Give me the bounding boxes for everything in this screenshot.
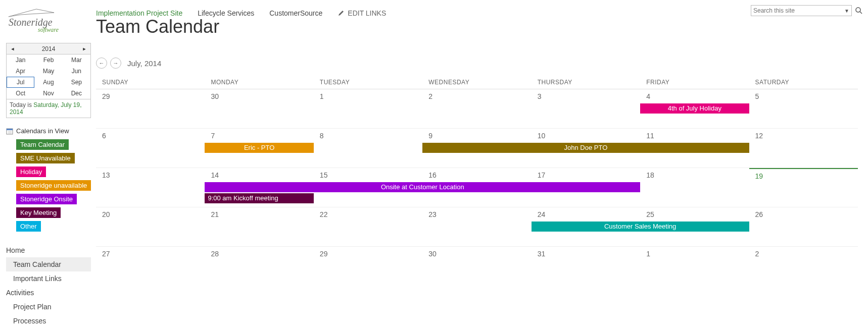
calendar-cell[interactable]: 6 [96,129,205,168]
date-number: 12 [755,132,852,140]
event-9-00-am-kickoff-meeting[interactable]: 9:00 am Kickoff meeting [205,193,313,203]
date-number: 2 [755,250,852,258]
mini-month-jan[interactable]: Jan [7,54,34,66]
calendar-cell[interactable]: 20 [96,207,205,246]
calendar-icon [6,128,13,135]
calendar-cell[interactable]: 3 [532,89,640,128]
calendar-cell[interactable]: 23 [422,207,531,246]
event-customer-sales-meeting[interactable]: Customer Sales Meeting [532,222,749,232]
nav-important-links[interactable]: Important Links [6,271,91,286]
mini-month-dec[interactable]: Dec [63,88,90,99]
date-number: 3 [538,92,634,100]
search-icon[interactable] [855,7,863,15]
calendar-cell[interactable]: 22 [314,207,422,246]
nav-home[interactable]: Home [6,243,91,257]
nav-activities[interactable]: Activities [6,286,91,300]
date-number: 9 [428,132,525,140]
mini-cal-next-year[interactable]: ► [81,46,87,51]
event-4th-of-july-holiday[interactable]: 4th of July Holiday [640,103,749,114]
mini-month-mar[interactable]: Mar [63,54,90,66]
mini-cal-year[interactable]: 2014 [16,45,81,52]
mini-month-jun[interactable]: Jun [63,66,90,77]
calendar-cell[interactable]: 19 [749,168,858,207]
date-number: 1 [646,250,743,258]
date-number: 31 [538,250,634,258]
date-number: 5 [755,92,852,100]
date-number: 18 [646,171,743,179]
mini-cal-prev-year[interactable]: ◄ [10,46,16,51]
calendar-cell[interactable]: 29 [314,247,422,286]
mini-month-may[interactable]: May [34,66,62,77]
mini-month-apr[interactable]: Apr [7,66,34,77]
legend-sme-unavailable[interactable]: SME Unavailable [16,153,75,163]
date-number: 19 [755,172,852,180]
page-title: Team Calendar [96,16,858,37]
search-input[interactable] [753,7,844,14]
mini-cal-today[interactable]: Today is Saturday, July 19, 2014 [7,99,90,118]
date-number: 1 [320,92,416,100]
legend-stoneridge-onsite[interactable]: Stoneridge Onsite [16,194,77,204]
event-onsite-at-customer-location[interactable]: Onsite at Customer Location [205,182,640,192]
cal-next-month[interactable]: → [110,58,121,69]
day-header: FRIDAY [640,76,749,89]
calendar-cell[interactable]: 13 [96,168,205,207]
day-header: MONDAY [205,76,313,89]
calendar-cell[interactable]: 8 [314,129,422,168]
calendar-cell[interactable]: 31 [532,247,640,286]
date-number: 17 [538,171,634,179]
logo[interactable]: Stoneridge software [6,5,72,33]
nav-team-calendar[interactable]: Team Calendar [6,257,91,271]
calendar-cell[interactable]: 1 [314,89,422,128]
nav-project-plan[interactable]: Project Plan [6,300,91,314]
calendar-cell[interactable]: 12 [749,129,858,168]
calendar-cell[interactable]: 2 [422,89,531,128]
mini-month-oct[interactable]: Oct [7,88,34,99]
nav-customersource[interactable]: CustomerSource [269,9,322,17]
svg-line-8 [860,12,862,14]
date-number: 13 [102,171,199,179]
calendar-grid: SUNDAYMONDAYTUESDAYWEDNESDAYTHURSDAYFRID… [96,76,858,286]
mini-calendar: ◄ 2014 ► JanFebMarAprMayJunJulAugSepOctN… [6,43,91,118]
legend-stoneridge-unavailable[interactable]: Stoneridge unavailable [16,180,91,191]
date-number: 29 [102,92,199,100]
nav-processes[interactable]: Processes [6,314,91,328]
calendar-cell[interactable]: 26 [749,207,858,246]
calendar-cell[interactable]: 30 [205,89,313,128]
calendar-cell[interactable]: 29 [96,89,205,128]
event-eric-pto[interactable]: Eric - PTO [205,143,313,153]
calendar-cell[interactable]: 2 [749,247,858,286]
svg-text:software: software [38,26,59,33]
search-dropdown-icon[interactable]: ▼ [844,8,849,14]
calendar-cell[interactable]: 18 [640,168,749,207]
mini-month-nov[interactable]: Nov [34,88,62,99]
mini-month-feb[interactable]: Feb [34,54,62,66]
calendar-cell[interactable]: 28 [205,247,313,286]
legend-other[interactable]: Other [16,221,41,232]
edit-links[interactable]: EDIT LINKS [337,9,386,17]
legend-holiday[interactable]: Holiday [16,167,46,177]
calendar-cell[interactable]: 27 [96,247,205,286]
search-box[interactable]: ▼ [751,5,852,16]
mini-month-aug[interactable]: Aug [34,77,62,88]
date-number: 6 [102,132,199,140]
date-number: 14 [211,171,307,179]
date-number: 27 [102,250,199,258]
date-number: 29 [320,250,416,258]
mini-month-jul[interactable]: Jul [7,77,34,88]
date-number: 20 [102,210,199,218]
event-john-doe-pto[interactable]: John Doe PTO [422,143,749,153]
legend-key-meeting[interactable]: Key Meeting [16,207,61,218]
date-number: 7 [211,132,307,140]
mini-month-sep[interactable]: Sep [63,77,90,88]
day-header: TUESDAY [314,76,422,89]
date-number: 23 [428,210,525,218]
calendar-cell[interactable]: 30 [422,247,531,286]
date-number: 25 [646,210,743,218]
svg-rect-3 [7,129,13,130]
cal-prev-month[interactable]: ← [96,58,107,69]
calendar-cell[interactable]: 21 [205,207,313,246]
calendar-cell[interactable]: 5 [749,89,858,128]
pencil-icon [337,10,345,17]
legend-team-calendar[interactable]: Team Calendar [16,139,69,150]
calendar-cell[interactable]: 1 [640,247,749,286]
